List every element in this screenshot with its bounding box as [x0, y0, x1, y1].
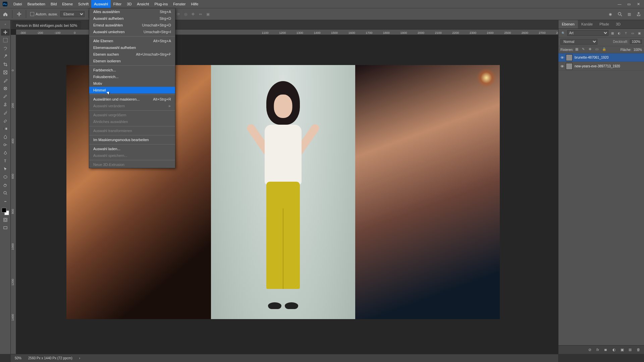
layer-thumbnail[interactable] [566, 63, 573, 70]
hand-tool[interactable] [1, 182, 10, 188]
menu-ansicht[interactable]: Ansicht [134, 0, 152, 8]
window-minimize-icon[interactable]: ― [617, 2, 622, 6]
heal-tool[interactable] [1, 85, 10, 92]
panel-tab-pfade[interactable]: Pfade [596, 20, 612, 28]
ruler-vertical[interactable]: 0200400600800100012001400 [11, 35, 16, 354]
search-icon[interactable] [617, 11, 623, 17]
crop-tool[interactable] [1, 61, 10, 68]
menuitem-ausw-hlen-und-maskieren-[interactable]: Auswählen und maskieren...Alt+Strg+R [89, 96, 175, 103]
menuitem-im-maskierungsmodus-bearbeiten[interactable]: Im Maskierungsmodus bearbeiten [89, 136, 175, 143]
menu-auswahl[interactable]: Auswahl [91, 0, 111, 8]
layer-row[interactable]: 👁brunette-487061_1920 [558, 53, 644, 62]
search-icon[interactable]: 🔍 [560, 31, 566, 36]
window-restore-icon[interactable]: ▭ [627, 2, 631, 6]
history-brush-tool[interactable] [1, 109, 10, 116]
threed-slide-icon[interactable]: ⇔ [198, 11, 203, 17]
more-tools-icon[interactable]: ••• [1, 198, 10, 204]
quickmask-icon[interactable] [1, 217, 10, 223]
layer-filter-kind[interactable]: Art [567, 30, 608, 36]
autoselect-checkbox[interactable] [30, 12, 34, 16]
menu-bild[interactable]: Bild [48, 0, 59, 8]
lasso-tool[interactable] [1, 45, 10, 52]
menu-plug-ins[interactable]: Plug-ins [152, 0, 170, 8]
pen-tool[interactable] [1, 149, 10, 156]
shape-tool[interactable] [1, 174, 10, 180]
menu-3d[interactable]: 3D [124, 0, 134, 8]
cloud-docs-icon[interactable]: ◉ [608, 11, 613, 17]
trash-icon[interactable]: 🗑 [637, 348, 641, 352]
path-select-tool[interactable] [1, 166, 10, 172]
eyedropper-tool[interactable] [1, 77, 10, 84]
mask-icon[interactable]: ◙ [604, 348, 609, 352]
menuitem-ebenenauswahl-aufheben[interactable]: Ebenenauswahl aufheben [89, 44, 175, 51]
lock-transparent-icon[interactable]: ▦ [575, 47, 580, 52]
blend-mode-select[interactable]: Normal [560, 39, 597, 45]
lock-pixels-icon[interactable]: ✎ [582, 47, 587, 52]
blur-tool[interactable] [1, 133, 10, 140]
panel-tab-kanäle[interactable]: Kanäle [578, 20, 596, 28]
lock-position-icon[interactable]: ✥ [589, 47, 593, 52]
panel-tab-3d[interactable]: 3D [612, 20, 624, 28]
share-icon[interactable] [636, 11, 641, 17]
link-layers-icon[interactable]: ⊘ [588, 348, 593, 352]
marquee-tool[interactable] [1, 37, 10, 44]
threed-orbit-icon[interactable]: ⟳ [176, 11, 181, 17]
window-close-icon[interactable]: ✕ [636, 2, 641, 6]
document-tab[interactable]: Person in Bild einfügen.psdc bei 50% [12, 21, 81, 29]
group-icon[interactable]: ▣ [621, 348, 625, 352]
menuitem-erneut-ausw-hlen[interactable]: Erneut auswählenUmschalt+Strg+D [89, 22, 175, 28]
zoom-tool[interactable] [1, 190, 10, 196]
type-tool[interactable]: T [1, 158, 10, 164]
filter-adjust-icon[interactable]: ◐ [616, 31, 622, 36]
color-swatches[interactable] [2, 208, 9, 215]
adjustment-icon[interactable]: ◐ [612, 348, 617, 352]
filter-smart-icon[interactable]: ▣ [637, 31, 642, 36]
layer-visibility-icon[interactable]: 👁 [558, 64, 566, 68]
filter-pixel-icon[interactable]: ▦ [610, 31, 615, 36]
menuitem-auswahl-laden-[interactable]: Auswahl laden... [89, 145, 175, 152]
frame-tool[interactable] [1, 69, 10, 76]
menuitem-auswahl-aufheben[interactable]: Auswahl aufhebenStrg+D [89, 15, 175, 22]
menu-filter[interactable]: Filter [111, 0, 124, 8]
workspace-icon[interactable]: ▥ [627, 11, 632, 17]
menu-ebene[interactable]: Ebene [59, 0, 75, 8]
dodge-tool[interactable] [1, 141, 10, 148]
layer-name[interactable]: new-years-eve-3897713_1920 [575, 64, 620, 68]
menuitem-ebenen-isolieren[interactable]: Ebenen isolieren [89, 58, 175, 64]
menuitem-alle-ebenen[interactable]: Alle EbenenAlt+Strg+A [89, 38, 175, 44]
filter-type-icon[interactable]: T [623, 31, 629, 36]
move-tool[interactable] [1, 29, 10, 36]
autoselect-dropdown[interactable]: Ebene [60, 11, 85, 17]
filter-shape-icon[interactable]: ▭ [630, 31, 635, 36]
opacity-value[interactable]: 100% [630, 40, 642, 44]
panel-tab-ebenen[interactable]: Ebenen [558, 20, 578, 28]
layer-name[interactable]: brunette-487061_1920 [575, 56, 608, 59]
zoom-level[interactable]: 50% [15, 356, 21, 360]
menuitem-motiv[interactable]: Motiv [89, 80, 175, 87]
move-tool-icon[interactable] [16, 11, 22, 17]
menuitem-alles-ausw-hlen[interactable]: Alles auswählenStrg+A [89, 8, 175, 15]
brush-tool[interactable] [1, 93, 10, 100]
lock-all-icon[interactable]: 🔒 [602, 47, 607, 52]
threed-pan-icon[interactable]: ✥ [191, 11, 196, 17]
menuitem-fokusbereich-[interactable]: Fokusbereich... [89, 73, 175, 80]
menu-datei[interactable]: Datei [11, 0, 25, 8]
menu-bearbeiten[interactable]: Bearbeiten [25, 0, 48, 8]
layer-row[interactable]: 👁new-years-eve-3897713_1920 [558, 62, 644, 71]
layer-thumbnail[interactable] [566, 54, 573, 61]
lock-artboard-icon[interactable]: ▭ [595, 47, 600, 52]
menu-schrift[interactable]: Schrift [75, 0, 91, 8]
home-icon[interactable] [3, 11, 8, 17]
threed-zoom-icon[interactable]: ▣ [205, 11, 211, 17]
threed-roll-icon[interactable]: ◎ [183, 11, 189, 17]
menuitem-ebenen-suchen[interactable]: Ebenen suchenAlt+Umschalt+Strg+F [89, 51, 175, 58]
menuitem-himmel[interactable]: Himmel [89, 87, 175, 94]
menuitem-auswahl-umkehren[interactable]: Auswahl umkehrenUmschalt+Strg+I [89, 28, 175, 35]
new-layer-icon[interactable]: ⊞ [629, 348, 633, 352]
fill-value[interactable]: 100% [633, 48, 642, 52]
layer-visibility-icon[interactable]: 👁 [558, 56, 566, 60]
menuitem-farbbereich-[interactable]: Farbbereich... [89, 67, 175, 73]
screenmode-icon[interactable] [1, 225, 10, 231]
gradient-tool[interactable] [1, 125, 10, 132]
status-arrow-icon[interactable]: › [79, 356, 80, 360]
